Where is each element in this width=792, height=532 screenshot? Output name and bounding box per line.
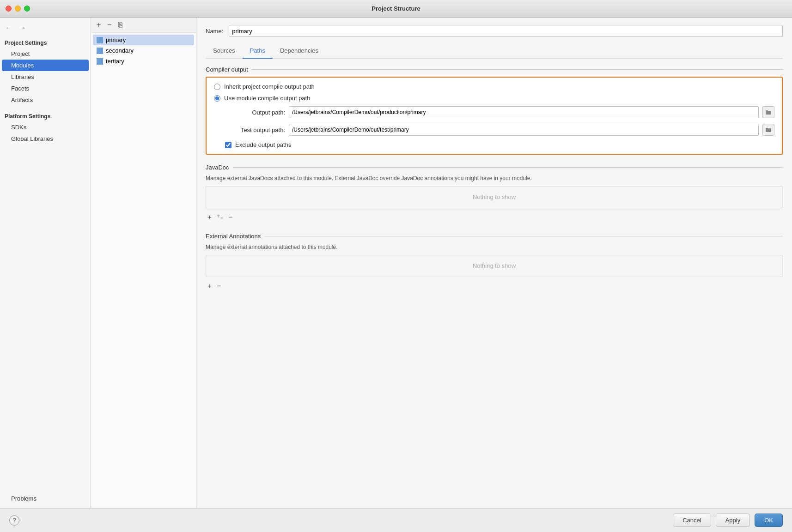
compiler-output-box: Inherit project compile output path Use … [206, 77, 783, 155]
bottom-right: Cancel Apply OK [673, 514, 783, 527]
javadoc-nothing-to-show: Nothing to show [206, 186, 783, 208]
sidebar-item-global-libraries[interactable]: Global Libraries [2, 133, 89, 145]
module-icon [97, 37, 103, 43]
javadoc-add-link-button[interactable]: +○ [215, 212, 225, 221]
use-module-label: Use module compile output path [224, 95, 310, 102]
sidebar-item-libraries[interactable]: Libraries [2, 71, 89, 83]
back-button[interactable]: ← [4, 23, 14, 32]
javadoc-toolbar: + +○ − [206, 210, 783, 224]
test-output-path-label: Test output path: [225, 127, 285, 133]
output-path-label: Output path: [225, 109, 285, 116]
module-icon [97, 58, 103, 65]
sidebar-nav: ← → [0, 21, 91, 36]
module-toolbar: + − ⎘ [91, 18, 196, 33]
content-area: Name: Sources Paths Dependencies Compile… [196, 18, 792, 508]
external-annotations-add-button[interactable]: + [206, 281, 213, 290]
javadoc-title-row: JavaDoc [206, 164, 783, 171]
javadoc-remove-button[interactable]: − [227, 212, 235, 222]
output-path-browse-button[interactable] [762, 106, 774, 118]
inherit-radio-row: Inherit project compile output path [214, 83, 774, 90]
copy-module-button[interactable]: ⎘ [116, 20, 125, 30]
exclude-label: Exclude output paths [235, 141, 291, 148]
main-container: ← → Project Settings Project Modules Lib… [0, 18, 792, 508]
test-output-path-row: Test output path: [214, 124, 774, 136]
javadoc-add-button[interactable]: + [206, 212, 213, 222]
javadoc-description: Manage external JavaDocs attached to thi… [206, 175, 783, 182]
sidebar-item-sdks[interactable]: SDKs [2, 121, 89, 133]
sidebar: ← → Project Settings Project Modules Lib… [0, 18, 91, 508]
compiler-output-title: Compiler output [206, 66, 248, 73]
minimize-button[interactable] [15, 6, 21, 12]
output-path-row: Output path: [214, 106, 774, 118]
module-item-primary[interactable]: primary [93, 35, 194, 45]
tabs: Sources Paths Dependencies [206, 44, 783, 59]
test-output-path-browse-button[interactable] [762, 124, 774, 136]
output-path-input[interactable] [289, 106, 759, 118]
compiler-output-title-row: Compiler output [206, 66, 783, 73]
exclude-checkbox-row: Exclude output paths [214, 141, 774, 148]
window-title: Project Structure [372, 5, 420, 12]
sidebar-item-project[interactable]: Project [2, 48, 89, 60]
svg-rect-3 [766, 128, 768, 129]
javadoc-title: JavaDoc [206, 164, 229, 171]
module-item-secondary[interactable]: secondary [93, 45, 194, 56]
sidebar-item-artifacts[interactable]: Artifacts [2, 94, 89, 106]
name-input[interactable] [229, 25, 783, 37]
bottom-bar: ? Cancel Apply OK [0, 508, 792, 532]
cancel-button[interactable]: Cancel [673, 514, 711, 527]
remove-module-button[interactable]: − [105, 20, 113, 30]
sidebar-item-problems[interactable]: Problems [2, 493, 89, 504]
external-annotations-title: External Annotations [206, 233, 261, 240]
section-divider [264, 236, 783, 236]
test-output-path-input[interactable] [289, 124, 759, 136]
compiler-output-section: Compiler output Inherit project compile … [206, 66, 783, 155]
external-annotations-nothing-to-show: Nothing to show [206, 255, 783, 277]
tab-dependencies[interactable]: Dependencies [273, 44, 326, 59]
module-item-tertiary[interactable]: tertiary [93, 56, 194, 66]
platform-settings-title: Platform Settings [0, 106, 91, 121]
apply-button[interactable]: Apply [716, 514, 750, 527]
name-row: Name: [206, 25, 783, 37]
title-bar: Project Structure [0, 0, 792, 18]
folder-icon [765, 127, 772, 133]
external-annotations-remove-button[interactable]: − [215, 281, 223, 290]
external-annotations-section: External Annotations Manage external ann… [206, 233, 783, 292]
name-label: Name: [206, 28, 223, 35]
section-divider [252, 69, 783, 70]
inherit-radio[interactable] [214, 84, 220, 90]
external-annotations-title-row: External Annotations [206, 233, 783, 240]
bottom-left: ? [9, 515, 19, 526]
module-icon [97, 48, 103, 54]
javadoc-section: JavaDoc Manage external JavaDocs attache… [206, 164, 783, 224]
external-annotations-description: Manage external annotations attached to … [206, 243, 783, 251]
section-divider [233, 167, 783, 168]
use-module-radio-row: Use module compile output path [214, 95, 774, 102]
ok-button[interactable]: OK [755, 514, 783, 527]
external-annotations-toolbar: + − [206, 279, 783, 292]
svg-rect-1 [766, 110, 768, 111]
tab-paths[interactable]: Paths [243, 44, 273, 59]
maximize-button[interactable] [24, 6, 30, 12]
svg-rect-0 [766, 111, 771, 115]
folder-icon [765, 109, 772, 115]
sidebar-item-modules[interactable]: Modules [2, 60, 89, 71]
add-module-button[interactable]: + [95, 20, 103, 30]
use-module-radio[interactable] [214, 95, 220, 102]
sidebar-item-facets[interactable]: Facets [2, 83, 89, 94]
module-items: primary secondary tertiary [91, 33, 196, 508]
traffic-lights [6, 6, 30, 12]
close-button[interactable] [6, 6, 12, 12]
exclude-checkbox[interactable] [225, 142, 232, 148]
help-button[interactable]: ? [9, 515, 19, 526]
forward-button[interactable]: → [18, 23, 28, 32]
svg-rect-2 [766, 128, 771, 132]
inherit-label: Inherit project compile output path [224, 83, 315, 90]
tab-sources[interactable]: Sources [206, 44, 243, 59]
project-settings-title: Project Settings [0, 36, 91, 48]
module-list: + − ⎘ primary secondary tertiary [91, 18, 196, 508]
